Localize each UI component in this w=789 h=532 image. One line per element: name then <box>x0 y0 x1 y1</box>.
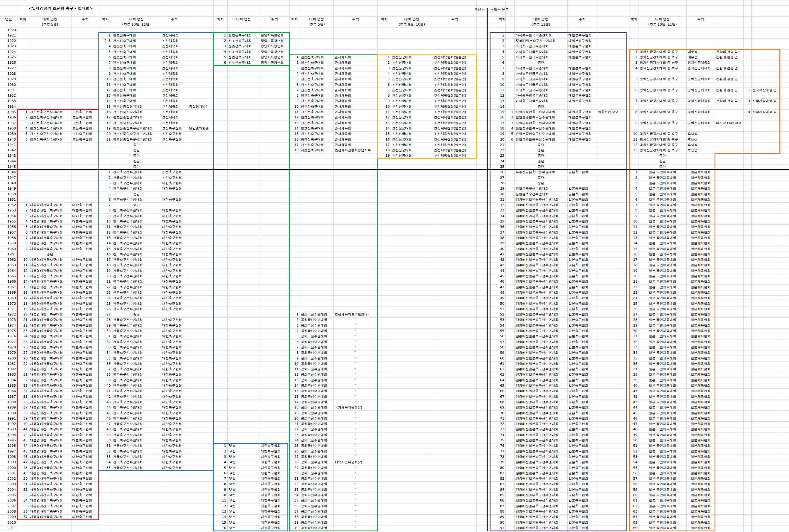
year-cell[interactable]: 2009 <box>0 514 17 520</box>
year-cell[interactable]: 1966 <box>0 279 17 284</box>
tournament-name-cell[interactable]: 아식축구전국우승대회 <box>514 55 567 60</box>
tournament-name-cell[interactable]: FA컵 <box>227 487 260 493</box>
round-cell[interactable]: 39 <box>99 378 112 383</box>
year-cell[interactable]: 1934 <box>0 104 17 110</box>
tournament-name-cell[interactable]: 일본 국민체육대회 <box>639 246 687 252</box>
host-cell[interactable]: 대한축구협회 <box>71 383 99 388</box>
tournament-name-cell[interactable]: 전국축구선수권대회 <box>112 405 161 410</box>
host-cell[interactable]: 대한축구협회 <box>71 323 99 328</box>
note-cell[interactable]: 천황배 결승 겸 <box>715 98 743 104</box>
round-cell[interactable]: 55 <box>17 504 29 509</box>
tournament-name-cell[interactable]: 대통령배전국축구대회 <box>29 498 71 503</box>
tournament-name-cell[interactable]: 공화국선수권대회 <box>300 471 334 476</box>
tournament-name-cell[interactable]: 일본 국민체육대회 <box>639 367 687 372</box>
tournament-name-cell[interactable]: 전국축구선수권대회 <box>112 443 161 449</box>
round-cell[interactable]: 45 <box>17 449 29 454</box>
extra-round-cell[interactable]: 4 <box>743 110 751 115</box>
host-cell[interactable]: 대한축구협회 <box>71 241 99 246</box>
host-cell[interactable]: 일본축구협회 <box>567 383 597 388</box>
host-cell[interactable]: 일본체육협회 <box>687 509 715 514</box>
tournament-name-cell[interactable]: 전국축구선수권대회 <box>112 465 161 471</box>
year-cell[interactable]: 1950 <box>0 192 17 197</box>
host-cell[interactable]: 대한축구협회 <box>161 443 188 449</box>
tournament-name-cell[interactable]: 중단 <box>112 148 161 153</box>
round-cell[interactable]: 60 <box>630 493 639 498</box>
host-cell[interactable]: " <box>334 504 377 509</box>
round-cell[interactable]: 11 <box>377 110 391 115</box>
round-cell[interactable]: 5 <box>213 55 227 60</box>
round-cell[interactable]: 6 <box>490 60 505 65</box>
year-cell[interactable]: 2000 <box>0 465 17 471</box>
host-cell[interactable]: 대한축구협회 <box>161 252 188 257</box>
host-cell[interactable]: 대한축구협회 <box>71 301 99 306</box>
tournament-name-cell[interactable]: FA컵 <box>227 481 260 487</box>
round-cell[interactable]: 19 <box>99 268 112 273</box>
tournament-name-cell[interactable]: FA컵 <box>227 449 260 454</box>
round-cell[interactable]: 19 <box>490 131 505 137</box>
host-cell[interactable]: 일본체육협회 <box>687 438 715 443</box>
host-cell[interactable]: 대한축구협회 <box>71 317 99 323</box>
host-cell[interactable]: " <box>334 361 377 367</box>
round-cell[interactable]: 43 <box>17 438 29 443</box>
tournament-name-cell[interactable]: 전국축구선수권대회 <box>112 345 161 350</box>
host-cell[interactable]: 일본체육협회 <box>687 416 715 421</box>
tournament-name-cell[interactable]: 일본 국민체육대회 <box>639 273 687 279</box>
tournament-name-cell[interactable]: 공화국선수권대회 <box>300 356 334 361</box>
round-cell[interactable]: 36 <box>490 224 505 230</box>
round-cell[interactable]: 34 <box>17 388 29 394</box>
host-cell[interactable]: 조선체육협회(일본인) <box>433 55 476 60</box>
year-cell[interactable]: 1963 <box>0 263 17 268</box>
round-cell[interactable]: 25 <box>490 164 505 170</box>
tournament-name-cell[interactable]: 전조선축구대회 <box>112 44 161 49</box>
tournament-name-cell[interactable]: 대통령배전국축구대회 <box>29 481 71 487</box>
year-cell[interactable]: 1993 <box>0 427 17 432</box>
tournament-name-cell[interactable]: 전조선축구대회 <box>300 55 334 60</box>
tournament-name-cell[interactable]: 전조선종합경기대회 <box>112 110 161 115</box>
round-cell[interactable]: 47 <box>630 421 639 427</box>
tournament-name-cell[interactable]: 전조선축구대회 <box>112 38 161 44</box>
round-cell[interactable]: 50 <box>490 301 505 306</box>
tournament-name-cell[interactable]: 전조선축구대회 <box>300 98 334 104</box>
year-cell[interactable]: 1971 <box>0 306 17 312</box>
round-cell[interactable]: 52 <box>630 449 639 454</box>
host-cell[interactable]: 명치신궁체육회 <box>687 60 715 65</box>
tournament-name-cell[interactable]: 대통령배전국축구대회 <box>29 432 71 438</box>
host-cell[interactable]: 일본축구협회 <box>567 306 597 312</box>
tournament-name-cell[interactable]: 일본 국민체육대회 <box>639 296 687 301</box>
host-cell[interactable]: 일본체육협회 <box>687 192 715 197</box>
round-cell[interactable]: 10 <box>99 77 112 82</box>
round-cell[interactable]: 26 <box>289 449 300 454</box>
round-cell[interactable]: 9 <box>289 356 300 361</box>
tournament-name-cell[interactable]: 조선신궁대회 <box>391 93 433 98</box>
tournament-name-cell[interactable]: 중단 <box>112 203 161 208</box>
host-cell[interactable]: 조선체육협회(일본인) <box>433 66 476 71</box>
round-cell[interactable]: 5 <box>213 465 227 471</box>
host-cell[interactable]: 명치신궁체육회 <box>687 88 715 93</box>
round-cell[interactable]: 3 <box>99 180 112 186</box>
round-cell[interactable]: 13 <box>289 120 300 126</box>
round-cell[interactable]: 55 <box>490 328 505 334</box>
host-cell[interactable]: 대한축구협회 <box>161 241 188 246</box>
host-cell[interactable]: 일본체육협회 <box>687 263 715 268</box>
round-cell[interactable]: 27 <box>630 312 639 317</box>
round-cell[interactable]: 50 <box>99 438 112 443</box>
tournament-name-cell[interactable]: 공화국선수권대회 <box>300 514 334 520</box>
host-cell[interactable]: 조선축구협회 <box>161 175 188 180</box>
sub-round-cell[interactable]: 4 <box>505 126 514 131</box>
round-cell[interactable]: 12 <box>630 230 639 235</box>
sub-round-cell[interactable]: 3 <box>505 120 514 126</box>
year-cell[interactable]: 1970 <box>0 301 17 306</box>
host-cell[interactable]: 명치신궁체육회 <box>687 98 715 104</box>
year-cell[interactable]: 1941 <box>0 142 17 148</box>
host-cell[interactable]: 대한축구협회 <box>71 235 99 241</box>
host-cell[interactable]: 대한축구협회 <box>161 285 188 290</box>
tournament-name-cell[interactable]: 대통령배전국축구대회 <box>29 356 71 361</box>
tournament-name-cell[interactable]: FA컵 <box>227 454 260 460</box>
round-cell[interactable]: 66 <box>630 526 639 531</box>
round-cell[interactable]: 10 <box>630 219 639 224</box>
host-cell[interactable]: 조선체육회 <box>161 55 188 60</box>
tournament-name-cell[interactable]: 일본 국민체육대회 <box>639 405 687 410</box>
tournament-name-cell[interactable]: 전국축구선수권대회 <box>112 432 161 438</box>
tournament-name-cell[interactable]: 전국축구선수권대회 <box>112 460 161 465</box>
host-cell[interactable]: " <box>334 509 377 514</box>
